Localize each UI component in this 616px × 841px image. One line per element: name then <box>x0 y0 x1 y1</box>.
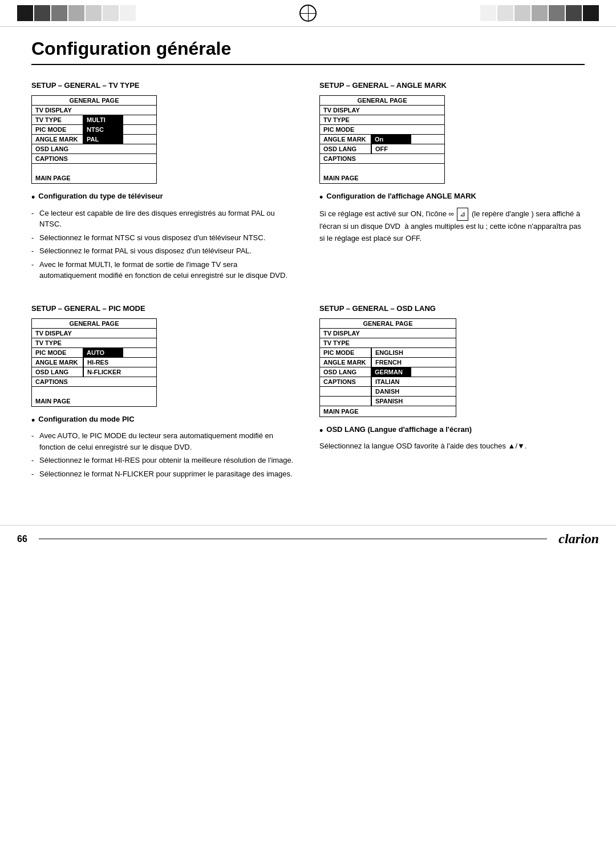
bottom-two-col: SETUP – GENERAL – PIC MODE GENERAL PAGE … <box>31 304 585 486</box>
angle-mark-heading: SETUP – GENERAL – ANGLE MARK <box>319 81 585 90</box>
bullet-dot: • <box>31 192 35 204</box>
menu-cell-label: TV DISPLAY <box>32 329 83 338</box>
bottom-bar: 66 clarion <box>0 525 616 552</box>
menu-spacer <box>32 387 156 396</box>
menu-cell-label: CAPTIONS <box>320 377 371 386</box>
menu-row: ANGLE MARK HI-RES <box>32 358 156 367</box>
tv-type-bullet-heading: • Configuration du type de téléviseur <box>31 192 297 204</box>
menu-cell-label <box>320 397 371 406</box>
pic-mode-heading: SETUP – GENERAL – PIC MODE <box>31 304 297 313</box>
osd-lang-description: Sélectionnez la langue OSD favorite à l'… <box>319 440 585 452</box>
color-block <box>566 5 582 21</box>
list-item: Ce lecteur est capable de lire des disqu… <box>31 208 297 230</box>
menu-cell-value: N-FLICKER <box>83 367 135 377</box>
menu-row: MAIN PAGE <box>32 173 156 183</box>
osd-lang-menu: GENERAL PAGE TV DISPLAY TV TYPE PIC MODE… <box>319 318 456 417</box>
top-bar <box>0 0 616 27</box>
color-block <box>34 5 50 21</box>
menu-row: PIC MODE NTSC <box>32 125 156 135</box>
tv-type-heading: SETUP – GENERAL – TV TYPE <box>31 81 297 90</box>
menu-main-page: MAIN PAGE <box>320 406 362 417</box>
color-block <box>480 5 496 21</box>
menu-main-page: MAIN PAGE <box>32 173 74 183</box>
menu-cell-label: OSD LANG <box>320 144 371 153</box>
menu-row: ANGLE MARK FRENCH <box>320 358 456 367</box>
pic-mode-bullet-list: Avec AUTO, le PIC MODE du lecteur sera a… <box>31 430 297 479</box>
osd-lang-section: SETUP – GENERAL – OSD LANG GENERAL PAGE … <box>319 304 585 486</box>
pic-mode-section: SETUP – GENERAL – PIC MODE GENERAL PAGE … <box>31 304 297 486</box>
menu-cell-label: TV TYPE <box>320 115 371 124</box>
menu-row: MAIN PAGE <box>32 396 156 406</box>
color-block <box>532 5 548 21</box>
menu-cell-value: ITALIAN <box>371 377 423 386</box>
menu-cell-value: FRENCH <box>371 358 423 367</box>
list-item: Sélectionnez le format NTSC si vous disp… <box>31 232 297 244</box>
menu-row: TV DISPLAY <box>32 106 156 115</box>
tv-type-dot-heading: Configuration du type de téléviseur <box>38 192 163 200</box>
menu-row: OSD LANG <box>32 144 156 154</box>
angle-mark-menu-title: GENERAL PAGE <box>320 96 444 106</box>
angle-mark-description: Si ce réglage est activé sur ON, l'icône… <box>319 208 585 245</box>
menu-row: OSD LANG OFF <box>320 144 444 154</box>
menu-cell-label: TV TYPE <box>320 338 371 347</box>
menu-cell-label: ANGLE MARK <box>32 358 83 367</box>
menu-row: ANGLE MARK PAL <box>32 135 156 144</box>
tv-type-menu: GENERAL PAGE TV DISPLAY TV TYPE MULTI PI… <box>31 95 157 184</box>
menu-cell-value: PAL <box>83 135 123 144</box>
menu-cell-label: PIC MODE <box>32 348 83 357</box>
menu-cell-value: On <box>371 135 411 144</box>
menu-cell-value: OFF <box>371 144 423 153</box>
menu-row: OSD LANG N-FLICKER <box>32 367 156 377</box>
osd-lang-menu-title: GENERAL PAGE <box>320 319 456 329</box>
menu-row: TV DISPLAY <box>320 106 444 115</box>
menu-cell-label: OSD LANG <box>32 144 83 153</box>
color-block <box>583 5 599 21</box>
menu-cell-label: TV DISPLAY <box>32 106 83 115</box>
menu-cell-value: AUTO <box>83 348 123 357</box>
menu-cell-value: MULTI <box>83 115 123 124</box>
menu-cell-label: CAPTIONS <box>32 377 83 386</box>
angle-mark-section: SETUP – GENERAL – ANGLE MARK GENERAL PAG… <box>319 81 585 287</box>
menu-row: PIC MODE <box>320 125 444 135</box>
list-item: Sélectionnez le format HI-RES pour obten… <box>31 455 297 466</box>
osd-lang-bullet-heading: • OSD LANG (Langue d'affichage a l'écran… <box>319 425 585 438</box>
osd-lang-heading: SETUP – GENERAL – OSD LANG <box>319 304 585 313</box>
page-title: Configuration générale <box>31 38 585 65</box>
menu-cell-value: NTSC <box>83 125 123 134</box>
menu-row: PIC MODE AUTO <box>32 348 156 358</box>
list-item: Sélectionnez le format PAL si vous dispo… <box>31 245 297 257</box>
color-block <box>17 5 33 21</box>
menu-cell-label: OSD LANG <box>32 367 83 377</box>
tv-type-bullet-list: Ce lecteur est capable de lire des disqu… <box>31 208 297 281</box>
list-item: Avec le format MULTI, le format de sorti… <box>31 259 297 281</box>
menu-cell-label: CAPTIONS <box>320 154 371 163</box>
angle-mark-menu: GENERAL PAGE TV DISPLAY TV TYPE PIC MODE… <box>319 95 445 184</box>
menu-cell-label: ANGLE MARK <box>320 358 371 367</box>
menu-cell-label: TV DISPLAY <box>320 106 371 115</box>
menu-cell-value: DANISH <box>371 387 423 396</box>
menu-spacer <box>320 164 444 173</box>
menu-cell-label: TV DISPLAY <box>320 329 371 338</box>
pic-mode-menu: GENERAL PAGE TV DISPLAY TV TYPE PIC MODE… <box>31 318 157 407</box>
menu-row: MAIN PAGE <box>320 406 456 417</box>
menu-cell-value: HI-RES <box>83 358 135 367</box>
menu-row: CAPTIONS <box>320 154 444 164</box>
color-block <box>120 5 136 21</box>
menu-row: TV TYPE <box>320 338 456 348</box>
menu-cell-value: GERMAN <box>371 367 411 377</box>
bullet-dot: • <box>319 425 323 438</box>
menu-row: TV TYPE <box>32 338 156 348</box>
menu-cell-label <box>320 387 371 396</box>
menu-row: CAPTIONS <box>32 154 156 164</box>
pic-mode-menu-title: GENERAL PAGE <box>32 319 156 329</box>
menu-cell-label: PIC MODE <box>32 125 83 134</box>
tv-type-section: SETUP – GENERAL – TV TYPE GENERAL PAGE T… <box>31 81 297 287</box>
menu-cell-label: OSD LANG <box>320 367 371 377</box>
menu-row: CAPTIONS ITALIAN <box>320 377 456 387</box>
pic-mode-bullet-heading: • Configuration du mode PIC <box>31 415 297 427</box>
menu-cell-value: SPANISH <box>371 397 423 406</box>
menu-row: TV TYPE MULTI <box>32 115 156 125</box>
menu-main-page: MAIN PAGE <box>320 173 362 183</box>
color-block <box>497 5 513 21</box>
menu-cell-value: ENGLISH <box>371 348 423 357</box>
